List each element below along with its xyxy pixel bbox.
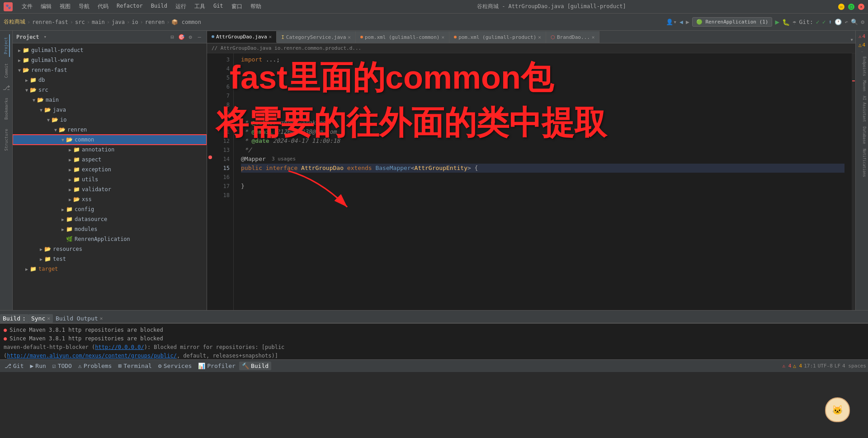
menu-window[interactable]: 窗口 xyxy=(228,2,246,11)
tree-item-test[interactable]: ▶ 📁 test xyxy=(13,254,207,264)
tab-pom-common[interactable]: pom.xml (gulimall-common) ✕ xyxy=(356,31,449,43)
menu-view[interactable]: 视图 xyxy=(56,2,74,11)
tab-close-button[interactable]: ✕ xyxy=(538,34,541,40)
run-button[interactable]: ▶ xyxy=(775,18,779,26)
breadcrumb-renren[interactable]: renren xyxy=(145,19,165,25)
notifications-panel-button[interactable]: Notifications xyxy=(857,147,867,179)
gear-icon[interactable]: ⚙ xyxy=(187,33,194,41)
tree-item-gulimall-product[interactable]: ▶ 📁 gulimall-product xyxy=(13,45,207,55)
vcs-forward-icon[interactable]: ▶ xyxy=(686,19,689,25)
bookmarks-icon[interactable]: Bookmarks xyxy=(3,95,9,122)
structure-icon[interactable]: Structure xyxy=(3,126,9,154)
vcs-back-icon[interactable]: ◀ xyxy=(679,19,683,25)
git-push[interactable]: ⬆ xyxy=(829,19,832,25)
tree-item-main[interactable]: ▼ 📂 main xyxy=(13,95,207,105)
aliyun-link[interactable]: http://maven.aliyun.com/nexus/content/gr… xyxy=(7,353,177,359)
bottom-git-tab[interactable]: ⎇ Git xyxy=(2,362,26,370)
git-check2[interactable]: ✓ xyxy=(822,19,826,25)
tab-close-button[interactable]: ✕ xyxy=(442,34,445,40)
menu-edit[interactable]: 编辑 xyxy=(37,2,55,11)
sync-tab[interactable]: Sync ✕ xyxy=(28,314,53,323)
bottom-terminal-tab[interactable]: ⊞ Terminal xyxy=(115,362,154,370)
tree-item-gulimall-ware[interactable]: ▶ 📁 gulimall-ware xyxy=(13,55,207,65)
bottom-services-tab[interactable]: ⚙ Services xyxy=(156,362,194,370)
tree-item-renren-fast[interactable]: ▼ 📂 renren-fast xyxy=(13,65,207,75)
menu-help[interactable]: 帮助 xyxy=(247,2,265,11)
minimize-button[interactable]: — xyxy=(838,4,844,10)
endpoints-panel-button[interactable]: Endpoints xyxy=(857,55,867,78)
bottom-run-tab[interactable]: ▶ Run xyxy=(27,362,48,370)
ai-assistant-panel-button[interactable]: AI Assistant xyxy=(857,94,867,124)
tree-item-modules[interactable]: ▶ 📁 modules xyxy=(13,224,207,234)
git-history[interactable]: 🕐 xyxy=(835,19,842,25)
collapse-all-button[interactable]: ⊟ xyxy=(169,33,176,41)
tree-item-aspect[interactable]: ▶ 📁 aspect xyxy=(13,155,207,165)
tree-item-target[interactable]: ▶ 📁 target xyxy=(13,264,207,274)
tree-item-db[interactable]: ▶ 📁 db xyxy=(13,75,207,85)
tab-brand-dao[interactable]: ⬡ BrandDao... ✕ xyxy=(546,31,599,43)
git-undo[interactable]: ↶ xyxy=(844,19,848,25)
tree-item-annotation[interactable]: ▶ 📁 annotation xyxy=(13,145,207,155)
tabs-overflow-button[interactable]: ▾ xyxy=(848,36,855,43)
bottom-profiler-tab[interactable]: 📊 Profiler xyxy=(195,362,238,370)
tree-item-src[interactable]: ▼ 📂 src xyxy=(13,85,207,95)
tree-item-common[interactable]: ▼ 📂 common xyxy=(13,135,207,145)
bottom-todo-tab[interactable]: ☑ TODO xyxy=(50,362,75,370)
sync-close-button[interactable]: ✕ xyxy=(47,316,50,321)
git-check[interactable]: ✓ xyxy=(816,19,820,25)
commit-icon[interactable]: Commit xyxy=(3,61,9,81)
maximize-button[interactable]: □ xyxy=(848,4,854,10)
tab-close-button[interactable]: ✕ xyxy=(348,34,351,40)
breadcrumb-module[interactable]: renren-fast xyxy=(32,19,68,25)
vertical-scrollbar[interactable] xyxy=(852,53,855,310)
tree-item-java[interactable]: ▼ 📂 java xyxy=(13,105,207,115)
tree-item-resources[interactable]: ▶ 📂 resources xyxy=(13,244,207,254)
blocker-link[interactable]: http://0.0.0.0/ xyxy=(95,344,144,350)
menu-run[interactable]: 运行 xyxy=(172,2,190,11)
tree-item-config[interactable]: ▶ 📁 config xyxy=(13,204,207,214)
tree-item-validator[interactable]: ▶ 📁 validator xyxy=(13,184,207,194)
breadcrumb-src[interactable]: src xyxy=(75,19,85,25)
breadcrumb-java[interactable]: java xyxy=(112,19,125,25)
maven-panel-button[interactable]: Maven xyxy=(857,79,867,93)
search-button[interactable]: 🔍 xyxy=(851,19,858,25)
tab-pom-product[interactable]: pom.xml (gulimall-product) ✕ xyxy=(449,31,546,43)
git-icon[interactable]: ⎇ xyxy=(3,84,10,91)
tab-attrgroup-dao[interactable]: AttrGroupDao.java ✕ xyxy=(207,31,277,43)
profile-icon[interactable]: 👤▾ xyxy=(666,19,677,25)
breadcrumb-io[interactable]: io xyxy=(132,19,138,25)
error-count-badge[interactable]: ⚠ 4 xyxy=(858,33,866,40)
project-icon[interactable]: Project xyxy=(3,34,10,57)
tab-close-button[interactable]: ✕ xyxy=(592,34,595,40)
project-dropdown[interactable]: ▾ xyxy=(44,34,47,40)
debug-button[interactable]: 🐛 xyxy=(782,19,790,26)
build-output-tab[interactable]: Build Output ✕ xyxy=(53,314,106,323)
minimize-panel-button[interactable]: — xyxy=(196,33,203,41)
menu-tools[interactable]: 工具 xyxy=(191,2,209,11)
breadcrumb-common[interactable]: 📦 common xyxy=(171,19,201,25)
run-config-selector[interactable]: 🟢 RenrenApplication (1) xyxy=(692,17,773,27)
tree-item-renren[interactable]: ▼ 📂 renren xyxy=(13,125,207,135)
menu-file[interactable]: 文件 xyxy=(18,2,36,11)
tree-item-xss[interactable]: ▶ 📂 xss xyxy=(13,194,207,204)
menu-build[interactable]: Build xyxy=(147,2,171,11)
close-button[interactable]: ✕ xyxy=(858,4,864,10)
build-output-close-button[interactable]: ✕ xyxy=(100,316,103,321)
coverage-button[interactable]: ☂ xyxy=(793,19,796,26)
tab-close-button[interactable]: ✕ xyxy=(269,34,272,40)
menu-refactor[interactable]: Refactor xyxy=(113,2,146,11)
menu-navigate[interactable]: 导航 xyxy=(75,2,93,11)
code-editor[interactable]: import ...; * @author zhengyangkang * @e… xyxy=(234,53,852,310)
tree-item-exception[interactable]: ▶ 📁 exception xyxy=(13,165,207,174)
menu-code[interactable]: 代码 xyxy=(94,2,112,11)
breadcrumb-main[interactable]: main xyxy=(92,19,105,25)
warning-count-badge[interactable]: △ 4 xyxy=(858,41,866,49)
tab-category-service[interactable]: I CategoryService.java ✕ xyxy=(277,31,356,43)
bottom-build-tab[interactable]: 🔨 Build xyxy=(239,362,271,370)
tree-item-utils[interactable]: ▶ 📁 utils xyxy=(13,174,207,184)
tree-item-renren-app[interactable]: 🌿 RenrenApplication xyxy=(13,234,207,244)
scroll-from-source-button[interactable]: 🎯 xyxy=(178,33,185,41)
tree-item-io[interactable]: ▼ 📂 io xyxy=(13,115,207,125)
menu-git[interactable]: Git xyxy=(210,2,227,11)
bottom-problems-tab[interactable]: ⚠ Problems xyxy=(75,362,114,370)
